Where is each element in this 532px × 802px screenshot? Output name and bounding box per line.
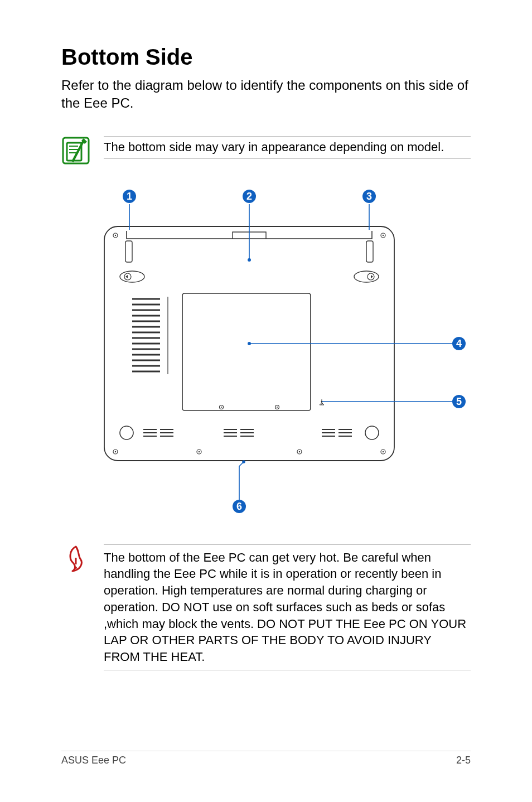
svg-rect-43 (182, 293, 311, 410)
callout-2: 2 (246, 191, 252, 202)
svg-point-73 (248, 259, 250, 261)
svg-point-51 (120, 426, 133, 439)
warning-heat-row: The bottom of the Eee PC can get very ho… (61, 544, 471, 670)
footer-left: ASUS Eee PC (61, 755, 126, 766)
svg-marker-24 (125, 275, 128, 278)
svg-point-9 (115, 235, 116, 236)
callout-3: 3 (366, 191, 372, 202)
svg-rect-21 (366, 241, 373, 262)
svg-point-11 (383, 235, 384, 236)
svg-point-76 (248, 342, 250, 345)
bottom-side-diagram: 1 2 3 4 5 6 (65, 187, 467, 522)
svg-marker-27 (371, 275, 373, 278)
note-appearance-text: The bottom side may vary in appearance d… (104, 136, 471, 160)
intro-text: Refer to the diagram below to identify t… (61, 76, 471, 113)
svg-rect-20 (125, 241, 132, 262)
callout-6: 6 (236, 501, 242, 512)
svg-point-80 (243, 461, 245, 463)
svg-point-52 (365, 426, 379, 439)
svg-point-45 (221, 407, 222, 408)
svg-point-13 (115, 451, 116, 452)
svg-point-47 (277, 407, 278, 408)
footer-right: 2-5 (456, 755, 471, 766)
svg-point-88 (75, 567, 77, 569)
note-appearance-row: The bottom side may vary in appearance d… (61, 136, 471, 165)
svg-point-15 (199, 451, 200, 452)
callout-4: 4 (456, 338, 462, 349)
svg-point-19 (383, 451, 384, 452)
page-title: Bottom Side (61, 45, 471, 70)
svg-point-17 (299, 451, 300, 452)
page-footer: ASUS Eee PC 2-5 (61, 751, 471, 766)
warning-heat-text: The bottom of the Eee PC can get very ho… (104, 544, 471, 670)
note-icon (61, 136, 90, 165)
callout-1: 1 (127, 191, 132, 202)
warning-icon (61, 544, 90, 573)
callout-5: 5 (456, 396, 462, 407)
svg-point-25 (354, 271, 379, 282)
svg-point-22 (120, 271, 144, 282)
